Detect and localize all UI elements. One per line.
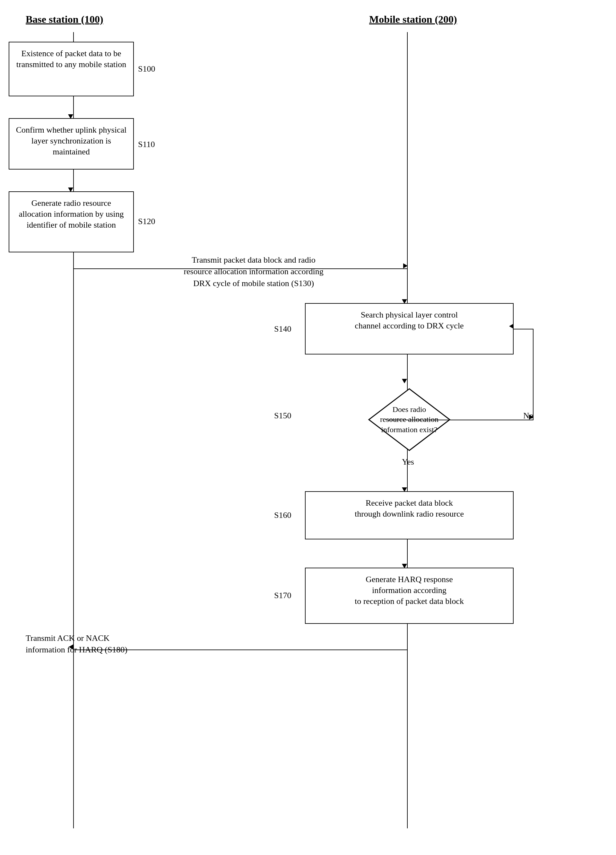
diagram-container: Base station (100) Mobile station (200) … (0, 0, 616, 855)
arrow-s120-down (73, 252, 74, 268)
box-s100: Existence of packet data to be transmitt… (9, 42, 134, 97)
box-s170: Generate HARQ response information accor… (305, 568, 513, 624)
arrow-no-back (513, 329, 533, 329)
box-s140: Search physical layer control channel ac… (305, 303, 513, 354)
arrow-no-up (533, 329, 533, 420)
step-s160-label: S160 (274, 510, 291, 520)
arrow-yes-down (407, 457, 408, 489)
arrow-s160-s170 (407, 539, 408, 565)
step-s150-label: S150 (274, 411, 291, 421)
step-s140-label: S140 (274, 324, 291, 334)
yes-label: Yes (402, 457, 414, 467)
header-mobile-station: Mobile station (200) (369, 14, 457, 25)
arrow-s140-s150 (407, 354, 408, 380)
box-s160: Receive packet data block through downli… (305, 491, 513, 539)
arrow-s110-s120 (73, 170, 74, 189)
step-s120-label: S120 (138, 217, 155, 226)
step-s170-label: S170 (274, 591, 291, 601)
arrow-s130-s140 (407, 268, 408, 300)
header-base-station: Base station (100) (26, 14, 103, 25)
box-s120: Generate radio resource allocation infor… (9, 192, 134, 252)
step-s100-label: S100 (138, 64, 155, 74)
step-s110-label: S110 (138, 139, 155, 149)
arrow-s170-down (407, 624, 408, 650)
arrowhead-s130 (403, 263, 408, 268)
arrow-s100-s110 (73, 97, 74, 116)
float-text-s180: Transmit ACK or NACK information for HAR… (26, 633, 250, 656)
box-s110: Confirm whether uplink physical layer sy… (9, 118, 134, 170)
arrowhead-no-back (509, 323, 513, 329)
float-text-s130: Transmit packet data block and radio res… (141, 254, 366, 289)
